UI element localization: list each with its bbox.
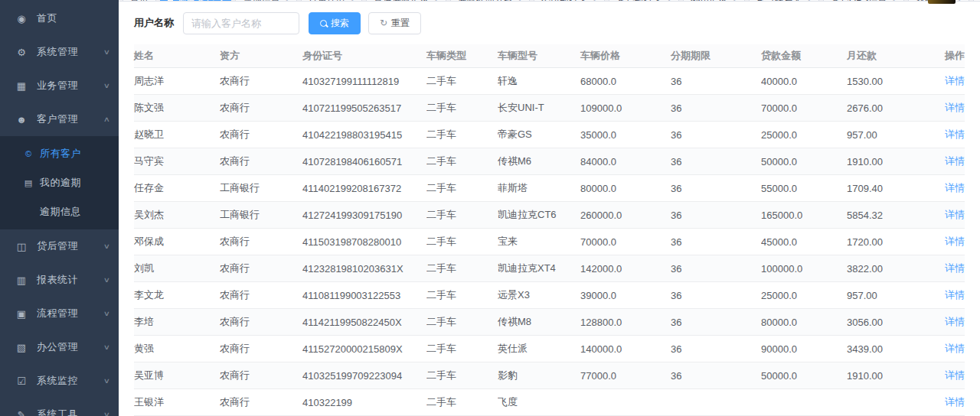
detail-link[interactable]: 详情 [945,396,965,408]
column-header: 车辆价格 [580,44,671,68]
detail-link[interactable]: 详情 [945,182,965,193]
action-cell: 详情 [926,229,965,255]
sidebar: ◉首页⚙系统管理∨▦业务管理∨☻客户管理∧©所有客户▤我的逾期逾期信息◫贷后管理… [0,0,119,416]
table-cell: 农商行 [220,255,302,282]
table-cell: 80000.0 [761,309,847,336]
detail-link[interactable]: 详情 [945,155,965,167]
sidebar-subitem-label: 所有客户 [40,147,81,161]
sidebar-item-system-monitor[interactable]: ☑系统监控∨ [0,364,119,398]
column-header: 身份证号 [302,44,426,68]
table-cell: 刘凯 [134,255,220,282]
table-cell: 二手车 [426,148,498,175]
detail-link[interactable]: 详情 [945,343,965,354]
columns-icon: ◫ [15,241,28,252]
sidebar-item-customer-mgmt[interactable]: ☻客户管理∧ [0,102,119,136]
sidebar-item-overdue-info[interactable]: 逾期信息 [0,197,119,226]
table-cell: 39000.0 [580,282,671,309]
table-cell: 1720.00 [847,229,926,255]
action-cell: 详情 [926,282,965,309]
sidebar-item-office-mgmt[interactable]: ▧办公管理∨ [0,330,119,364]
table-cell: 957.00 [847,122,926,148]
detail-link[interactable]: 详情 [945,209,965,220]
table-cell: 1709.40 [847,175,926,202]
reset-button[interactable]: ↻ 重置 [368,12,421,34]
detail-link[interactable]: 详情 [945,128,965,140]
table-cell: 128800.0 [580,309,671,336]
table-cell: 影豹 [498,362,580,389]
sidebar-item-postloan-mgmt[interactable]: ◫贷后管理∨ [0,229,119,263]
table-cell: 菲斯塔 [498,175,580,202]
table-cell: 凯迪拉克CT6 [498,202,580,229]
table-cell: 41232819810203631X [302,255,426,282]
action-cell: 详情 [926,255,965,282]
search-button[interactable]: 搜索 [309,12,361,34]
table-cell: 411081199003122553 [302,282,426,309]
table-row: 黄强农商行41152720000215809X二手车英仕派140000.0369… [134,336,965,362]
table-cell: 410721199505263517 [302,95,426,122]
sidebar-item-system-mgmt[interactable]: ⚙系统管理∨ [0,35,119,69]
avatar[interactable] [928,0,956,4]
table-cell: 二手车 [426,309,498,336]
action-cell: 详情 [926,148,965,175]
table-cell: 36 [671,95,761,122]
table-header-row: 姓名资方身份证号车辆类型车辆型号车辆价格分期期限贷款金额月还款操作 [134,44,965,68]
chevron-down-icon: ∨ [103,411,110,416]
detail-link[interactable]: 详情 [945,236,965,247]
app-window: ◉首页⚙系统管理∨▦业务管理∨☻客户管理∧©所有客户▤我的逾期逾期信息◫贷后管理… [0,0,980,416]
table-cell: 100000.0 [761,255,847,282]
table-cell: 二手车 [426,255,498,282]
dashboard-icon: ◉ [15,13,28,24]
table-cell: 68000.0 [580,68,671,95]
action-cell: 详情 [926,202,965,229]
sidebar-item-system-tools[interactable]: ✎系统工具∨ [0,398,119,416]
action-cell: 详情 [926,175,965,202]
sidebar-item-business-mgmt[interactable]: ▦业务管理∨ [0,69,119,102]
table-cell: 25000.0 [761,122,847,148]
detail-link[interactable]: 详情 [945,289,965,301]
chevron-down-icon: ∨ [103,48,110,56]
detail-link[interactable]: 详情 [945,262,965,274]
sidebar-item-label: 系统管理 [37,45,78,59]
sidebar-item-report-stats[interactable]: ▥报表统计∨ [0,263,119,297]
action-cell: 详情 [926,309,965,336]
table-row: 马守宾农商行410728198406160571二手车传祺M684000.036… [134,148,965,175]
detail-link[interactable]: 详情 [945,369,965,381]
chart-icon: ▥ [15,275,28,286]
table-cell: 农商行 [220,282,302,309]
table-cell: 957.00 [847,282,926,309]
customer-name-input[interactable] [183,12,299,34]
monitor-icon: ☑ [15,375,28,387]
table-cell: 84000.0 [580,148,671,175]
table-cell: 任存金 [134,175,220,202]
chevron-down-icon: ∨ [103,276,110,284]
table-cell: 70000.0 [580,229,671,255]
action-cell: 详情 [926,362,965,389]
table-cell: 农商行 [220,389,302,416]
table-cell: 36 [671,68,761,95]
table-cell: 二手车 [426,336,498,362]
table-cell: 宝来 [498,229,580,255]
chevron-down-icon: ∨ [103,242,110,250]
table-cell: 陈文强 [134,95,220,122]
table-cell: 260000.0 [580,202,671,229]
action-cell: 详情 [926,68,965,95]
search-form: 用户名称 搜索 ↻ 重置 [119,2,980,44]
sidebar-item-all-customers[interactable]: ©所有客户 [0,139,119,168]
table-cell: 36 [671,202,761,229]
sidebar-item-my-overdue[interactable]: ▤我的逾期 [0,168,119,197]
sidebar-menu: ◉首页⚙系统管理∨▦业务管理∨☻客户管理∧©所有客户▤我的逾期逾期信息◫贷后管理… [0,2,119,416]
sidebar-item-home[interactable]: ◉首页 [0,2,119,35]
sidebar-subitem-label: 我的逾期 [40,176,81,190]
customers-table: 姓名资方身份证号车辆类型车辆型号车辆价格分期期限贷款金额月还款操作 周志洋农商行… [134,44,965,416]
table-cell: 70000.0 [761,95,847,122]
table-cell: 35000.0 [580,122,671,148]
table-cell: 帝豪GS [498,122,580,148]
column-header: 操作 [926,44,965,68]
table-cell [761,389,847,416]
detail-link[interactable]: 详情 [945,316,965,327]
detail-link[interactable]: 详情 [945,75,965,86]
detail-link[interactable]: 详情 [945,102,965,113]
search-button-label: 搜索 [331,17,349,30]
table-cell: 36 [671,309,761,336]
sidebar-item-process-mgmt[interactable]: ▣流程管理∨ [0,297,119,330]
